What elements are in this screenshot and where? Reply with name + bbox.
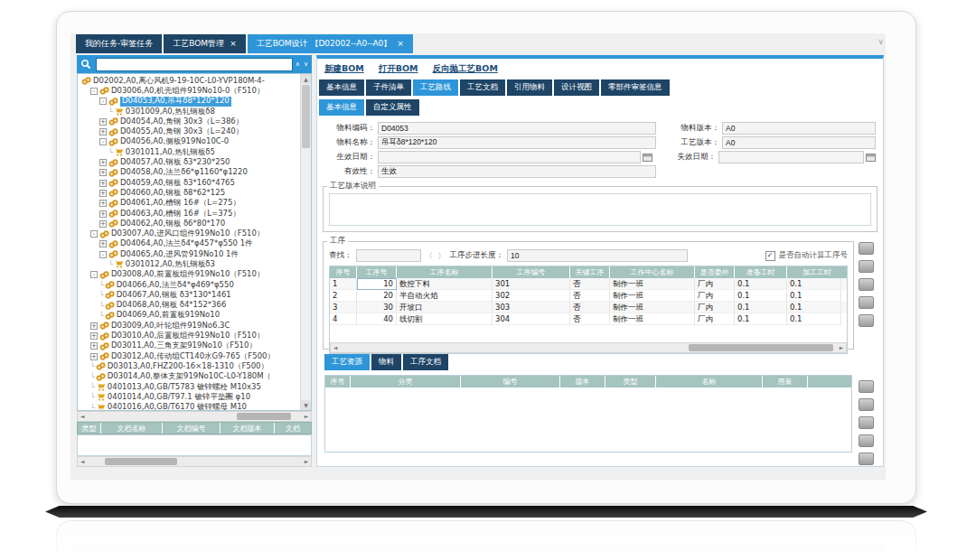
tree-item[interactable]: └0401016,A0,GB/T6170 镀锌螺母 M10 <box>80 403 300 412</box>
tree-expander-icon[interactable]: + <box>90 353 98 360</box>
tree-item[interactable]: +D04061,A0,槽钢 16#（L=275） <box>80 199 300 209</box>
tree-item[interactable]: -D03006,A0,机壳组件919No10-0（F510） <box>80 86 300 96</box>
tree-item[interactable]: -D03008,A0,前置板组件919No10（F510） <box>80 270 300 280</box>
find-input[interactable] <box>356 249 421 262</box>
tree-item[interactable]: +D03010,A0,后置板组件919No10（F510） <box>80 331 300 341</box>
tree-expander-icon[interactable]: + <box>90 332 98 340</box>
calendar-icon[interactable] <box>643 153 652 162</box>
tree-expander-icon[interactable]: - <box>99 98 107 105</box>
tree-item[interactable]: └D04067,A0,钢板 δ3*130*1461 <box>80 290 300 300</box>
window-tab-2[interactable]: 工艺BOM管理× <box>164 34 245 53</box>
step-length-input[interactable] <box>507 249 688 262</box>
tree-item[interactable]: +D04060,A0,钢板 δ8*62*125 <box>80 188 300 198</box>
tree-item[interactable]: +D04062,A0,钢板 δ6*80*170 <box>80 219 300 229</box>
main-tab-1[interactable]: 基本信息 <box>319 79 364 96</box>
document-horizontal-scrollbar[interactable]: ◄ ► <box>77 456 312 467</box>
tree-vertical-scrollbar[interactable]: ▲ ▼ <box>300 74 311 410</box>
resource-tab-1[interactable]: 工艺资源 <box>324 354 370 370</box>
sub-tab-2[interactable]: 自定义属性 <box>366 99 419 116</box>
tree-expander-icon[interactable]: + <box>99 210 107 218</box>
tree-item[interactable]: +D04063,A0,槽钢 16#（L=375） <box>80 209 300 219</box>
tree-expander-icon[interactable]: + <box>90 342 98 350</box>
grid-action-icon-1[interactable] <box>859 242 874 255</box>
tree-expander-icon[interactable]: + <box>99 180 107 187</box>
grid-action-icon-2[interactable] <box>859 260 874 273</box>
scroll-down-icon[interactable]: ▼ <box>301 400 311 410</box>
grid-action-icon-4[interactable] <box>859 296 874 309</box>
grid-action-icon-5[interactable] <box>859 453 874 465</box>
auto-calc-checkbox[interactable]: ✓ <box>765 251 775 261</box>
tree-expander-icon[interactable]: + <box>90 322 98 330</box>
effective-date-field[interactable] <box>378 151 641 163</box>
tree-item[interactable]: +D03009,A0,叶轮组件919No6.3C <box>80 321 300 331</box>
scroll-right-icon[interactable]: ► <box>302 412 311 421</box>
scrollbar-thumb[interactable] <box>689 344 833 351</box>
bom-link-1[interactable]: 新建BOM <box>324 63 364 75</box>
scroll-right-icon[interactable]: ► <box>837 343 846 352</box>
tree-item[interactable]: +D04054,A0,角钢 30x3（L=386） <box>80 117 300 126</box>
version-note-textarea[interactable] <box>329 193 871 226</box>
main-tab-4[interactable]: 工艺文档 <box>460 79 505 96</box>
scrollbar-thumb[interactable] <box>237 413 291 420</box>
tree-item[interactable]: └D04068,A0,钢板 δ4*152*366 <box>80 301 300 311</box>
tree-expander-icon[interactable]: + <box>99 240 107 247</box>
main-tab-5[interactable]: 引用物料 <box>507 79 552 96</box>
expire-date-field[interactable] <box>718 151 864 163</box>
tree-item[interactable]: -D04056,A0,侧板919No10C-0 <box>80 137 300 147</box>
tree-expander-icon[interactable]: + <box>99 169 107 176</box>
tree-expander-icon[interactable]: - <box>90 271 98 278</box>
scroll-right-icon[interactable]: ► <box>302 457 311 466</box>
resource-tab-3[interactable]: 工序文档 <box>403 354 448 370</box>
tree-item[interactable]: -D04053,A0,吊耳δ8*120*120 <box>80 97 300 107</box>
prev-step-icon[interactable]: 〈 <box>425 251 434 261</box>
resource-tab-2[interactable]: 物料 <box>371 354 401 370</box>
tree-item[interactable]: +D04059,A0,钢板 δ3*160*4765 <box>80 178 300 188</box>
tree-item[interactable]: └0301011,A0,热轧钢板δ5 <box>80 147 300 157</box>
grid-action-icon-3[interactable] <box>859 416 874 429</box>
search-prev-icon[interactable]: ∧ <box>296 61 300 68</box>
tree-expander-icon[interactable]: + <box>99 220 107 228</box>
sub-tab-1[interactable]: 基本信息 <box>319 99 364 116</box>
tree-search-input[interactable] <box>96 58 293 71</box>
tree-item[interactable]: +D04057,A0,钢板 δ3*230*250 <box>80 157 300 167</box>
process-horizontal-scrollbar[interactable]: ◄ ► <box>330 342 847 353</box>
tree-expander-icon[interactable]: + <box>99 190 107 197</box>
tree-expander-icon[interactable]: - <box>90 230 98 238</box>
table-row[interactable]: 440线切割304否制作一班厂内0.10.1 <box>330 313 847 325</box>
tree-item[interactable]: D02002,A0,离心风机9-19-10C-L0-YVP180M-4- <box>80 76 300 86</box>
grid-action-icon-2[interactable] <box>859 398 874 411</box>
validity-field[interactable] <box>378 165 656 178</box>
tree-expander-icon[interactable]: + <box>99 128 107 135</box>
scrollbar-thumb[interactable] <box>105 458 177 465</box>
scroll-left-icon[interactable]: ◄ <box>78 412 87 421</box>
tab-close-icon[interactable]: × <box>397 40 404 48</box>
tree-item[interactable]: +D04064,A0,法兰δ4*φ457*φ550 1件 <box>80 239 300 249</box>
tree-expander-icon[interactable]: + <box>99 159 107 166</box>
tree-expander-icon[interactable]: - <box>99 138 107 145</box>
scroll-up-icon[interactable]: ▲ <box>301 74 311 84</box>
tabbar-chevron-down-icon[interactable]: ∨ <box>877 37 884 46</box>
next-step-icon[interactable]: 〉 <box>437 251 446 261</box>
table-row[interactable]: 110数控下料301否制作一班厂内0.10.1 <box>330 278 847 290</box>
grid-action-icon-5[interactable] <box>859 314 874 327</box>
table-row[interactable]: 330开坡口303否制作一班厂内0.10.1 <box>330 302 847 313</box>
tree-item[interactable]: +D03012,A0,传动组CT140水G9-765（F500） <box>80 351 300 361</box>
tree-item[interactable]: └D04066,A0,法兰δ4*φ469*φ550 <box>80 280 300 290</box>
tree-item[interactable]: +D03011,A0,三角支架919No10（F510） <box>80 341 300 351</box>
grid-action-icon-3[interactable] <box>859 278 874 291</box>
main-tab-6[interactable]: 设计视图 <box>554 79 599 96</box>
tree-item[interactable]: └0401014,A0,GB/T97.1 镀锌平垫圈 φ10 <box>80 392 300 402</box>
tab-close-icon[interactable]: × <box>230 40 237 48</box>
bom-link-2[interactable]: 打开BOM <box>379 63 418 75</box>
bom-link-3[interactable]: 反向抛工艺BOM <box>433 63 498 75</box>
tree-item[interactable]: -D04065,A0,进风管919No10 1件 <box>80 249 300 259</box>
tree-item[interactable]: └0401013,A0,GB/T5783 镀锌螺栓 M10x35 <box>80 382 300 392</box>
tree-expander-icon[interactable]: - <box>90 88 98 95</box>
tree-expander-icon[interactable]: - <box>99 251 107 258</box>
window-tab-1[interactable]: 我的任务-审签任务 <box>76 34 162 53</box>
material-code-field[interactable] <box>378 122 656 135</box>
tree-item[interactable]: └0301009,A0,热轧钢板δ8 <box>80 107 300 117</box>
tree-item[interactable]: └0301012,A0,热轧钢板δ3 <box>80 259 300 269</box>
tree-item[interactable]: └D03013,A0,FHZ200-16×18-1310（F500） <box>80 361 300 371</box>
grid-action-icon-1[interactable] <box>859 380 874 393</box>
